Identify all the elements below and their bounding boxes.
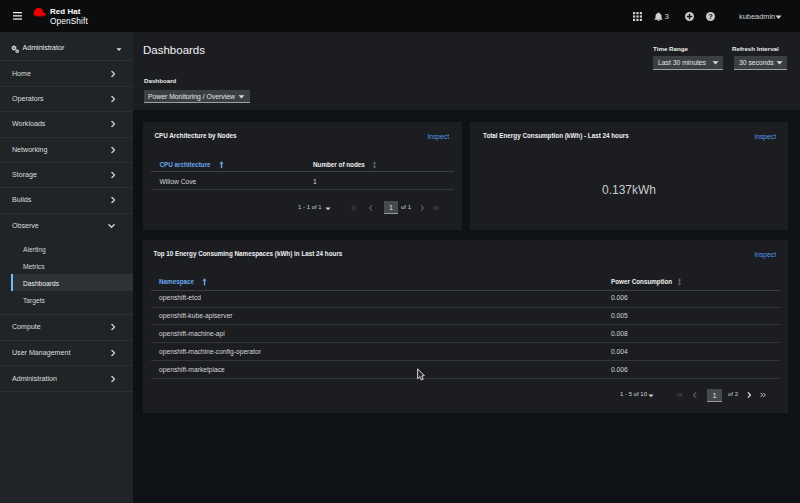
svg-text:?: ? [708, 13, 712, 20]
